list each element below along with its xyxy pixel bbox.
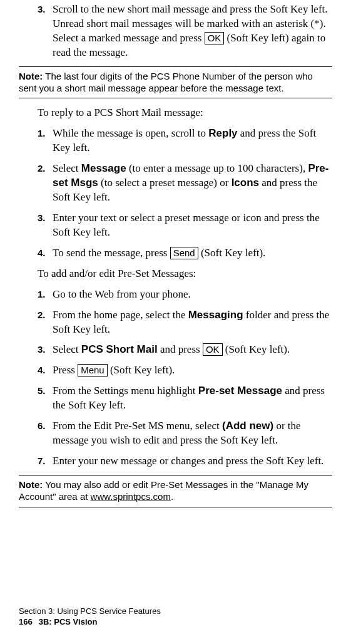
preset-item-4: 4. Press Menu (Soft Key left). (19, 363, 332, 378)
list-body: Select PCS Short Mail and press OK (Soft… (53, 343, 332, 357)
list-number: 5. (38, 384, 49, 413)
list-number: 2. (38, 308, 49, 337)
preset-item-5: 5. From the Settings menu highlight Pre-… (19, 384, 332, 413)
bold-term-icons: Icons (231, 177, 259, 189)
preset-item-6: 6. From the Edit Pre-Set MS menu, select… (19, 419, 332, 448)
reply-item-1: 1. While the message is open, scroll to … (19, 127, 332, 155)
text: (to select a preset message) or (98, 177, 231, 189)
list-body: From the home page, select the Messaging… (53, 308, 332, 337)
list-body: Select Message (to enter a message up to… (53, 162, 332, 205)
list-number: 1. (38, 127, 49, 155)
bold-term-messaging: Messaging (188, 309, 243, 321)
text: (Soft Key left). (108, 364, 175, 376)
list-number: 4. (38, 246, 49, 261)
list-body: Enter your text or select a preset messa… (53, 211, 332, 240)
page-number: 166 (19, 617, 33, 628)
footer-subsection-line: 1663B: PCS Vision (19, 617, 161, 628)
preset-item-2: 2. From the home page, select the Messag… (19, 308, 332, 337)
text: Select (53, 343, 81, 355)
list-body: While the message is open, scroll to Rep… (53, 127, 332, 155)
note-text: . (171, 491, 173, 502)
text: While the message is open, scroll to (53, 127, 208, 139)
text: Select (53, 162, 81, 174)
text: (to enter a message up to 100 characters… (126, 162, 308, 174)
text: (Soft Key left). (198, 247, 266, 259)
list-body: Go to the Web from your phone. (53, 288, 332, 302)
send-key-icon: Send (170, 247, 198, 259)
list-number: 3. (38, 211, 49, 240)
bold-term-message: Message (81, 162, 126, 174)
note-url: www.sprintpcs.com (91, 491, 171, 502)
bold-term-reply: Reply (208, 127, 237, 139)
list-body: Enter your new message or changes and pr… (53, 454, 332, 469)
preset-item-1: 1. Go to the Web from your phone. (19, 288, 332, 302)
list-number: 3. (38, 3, 49, 60)
note-label: Note: (19, 479, 43, 490)
bold-term-pcs-short-mail: PCS Short Mail (81, 343, 158, 355)
list-body: From the Settings menu highlight Pre-set… (53, 384, 332, 413)
ok-key-icon: OK (203, 343, 223, 356)
ok-key-icon: OK (205, 32, 225, 44)
text: From the home page, select the (53, 309, 188, 321)
text: From the Settings menu highlight (53, 385, 198, 397)
reply-item-4: 4. To send the message, press Send (Soft… (19, 246, 332, 261)
reply-item-2: 2. Select Message (to enter a message up… (19, 162, 332, 205)
note-block-1: Note: The last four digits of the PCS Ph… (19, 66, 332, 99)
text: Enter your text or select a preset messa… (53, 212, 320, 238)
page-footer: Section 3: Using PCS Service Features 16… (19, 606, 161, 628)
preset-item-7: 7. Enter your new message or changes and… (19, 454, 332, 469)
list-number: 1. (38, 288, 49, 302)
list-body: To send the message, press Send (Soft Ke… (53, 246, 332, 261)
bold-term-add-new: (Add new) (222, 420, 273, 432)
list-number: 4. (38, 363, 49, 378)
list-body: Press Menu (Soft Key left). (53, 363, 332, 378)
list-number: 6. (38, 419, 49, 448)
text: From the Edit Pre-Set MS menu, select (53, 420, 222, 432)
text: To send the message, press (53, 247, 170, 259)
footer-section-line: Section 3: Using PCS Service Features (19, 606, 161, 617)
list-number: 2. (38, 162, 49, 205)
list-number: 3. (38, 343, 49, 357)
text: and press (158, 343, 203, 355)
preset-item-3: 3. Select PCS Short Mail and press OK (S… (19, 343, 332, 357)
page: 3. Scroll to the new short mail message … (0, 3, 351, 644)
menu-key-icon: Menu (78, 364, 108, 377)
reply-intro: To reply to a PCS Short Mail message: (38, 106, 332, 120)
note-text: The last four digits of the PCS Phone Nu… (19, 71, 313, 93)
text: Press (53, 364, 78, 376)
text: Enter your new message or changes and pr… (53, 455, 323, 467)
reply-item-3: 3. Enter your text or select a preset me… (19, 211, 332, 240)
note-block-2: Note: You may also add or edit Pre-Set M… (19, 475, 332, 507)
text: Go to the Web from your phone. (53, 288, 191, 300)
list-body: Scroll to the new short mail message and… (53, 3, 332, 60)
list-item-top-3: 3. Scroll to the new short mail message … (19, 3, 332, 60)
text: (Soft Key left). (223, 343, 290, 355)
preset-intro: To add and/or edit Pre-Set Messages: (38, 267, 332, 281)
list-number: 7. (38, 454, 49, 469)
list-body: From the Edit Pre-Set MS menu, select (A… (53, 419, 332, 448)
note-label: Note: (19, 71, 43, 81)
footer-title: 3B: PCS Vision (39, 617, 98, 626)
bold-term-preset-message: Pre-set Message (198, 385, 282, 397)
